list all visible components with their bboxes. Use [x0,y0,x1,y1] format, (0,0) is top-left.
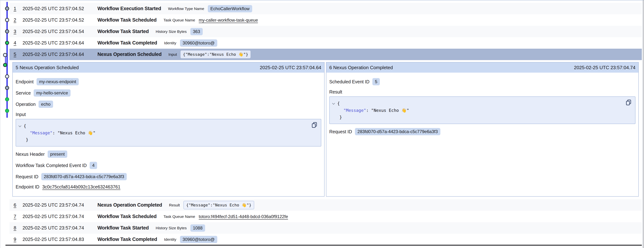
panel-header[interactable]: 6 Nexus Operation Completed 2025-02-25 U… [326,62,638,73]
detail-field-label: Scheduled Event ID [329,79,370,84]
event-id-link[interactable]: 3 [14,29,22,34]
panel-body: Scheduled Event ID5Result{"Message": "Ne… [326,73,638,137]
detail-field-label: Result [329,89,342,95]
timeline-event-dot-scheduled[interactable] [6,18,9,22]
event-id-link[interactable]: 7 [14,214,22,219]
detail-field-label: Request ID [16,174,38,179]
json-key: "Message" [30,131,52,135]
event-name: Workflow Task Started [98,225,149,231]
detail-field-label: Input [16,112,26,117]
table-row-event-1[interactable]: 12025-02-25 UTC 23:57:04.52Workflow Exec… [10,3,642,14]
table-row-event-6[interactable]: 62025-02-25 UTC 23:57:04.74Nexus Operati… [10,199,642,211]
detail-field-request-id: Request ID283fd070-d57a-4423-bdca-c5c779… [329,128,636,135]
copy-icon [311,122,318,128]
timeline-event-dot-started[interactable] [6,7,9,10]
timeline-event-dot-started[interactable] [6,30,9,33]
event-name: Nexus Operation Completed [98,202,162,208]
json-line-content: "Message": "Nexus Echo 👋" [332,107,622,114]
detail-field-value-badge: 5 [372,78,380,85]
detail-field-label: Endpoint ID [16,184,40,190]
event-id-link[interactable]: 4 [14,40,22,46]
event-timestamp: 2025-02-25 UTC 23:57:04.83 [22,237,98,242]
copy-button[interactable] [625,99,632,106]
event-id-link[interactable]: 8 [14,225,22,231]
json-key: "Message" [344,108,366,113]
detail-field-operation: Operationecho [16,101,321,108]
event-id-link[interactable]: 6 [14,202,22,208]
attribute-value-payload: {"Message":"Nexus Echo 👋"} [180,50,250,58]
json-line-open: { [332,100,622,107]
table-row-event-3[interactable]: 32025-02-25 UTC 23:57:04.54Workflow Task… [10,26,642,37]
workflow-history-view: 12025-02-25 UTC 23:57:04.52Workflow Exec… [0,0,644,248]
event-id-link[interactable]: 9 [14,237,22,242]
attribute-value-link[interactable]: totoro:f494fecf-2d51-4d48-bdcd-036a0f912… [199,214,288,219]
event-timestamp: 2025-02-25 UTC 23:57:04.52 [22,17,98,23]
attribute-label: Task Queue Name [164,215,195,219]
json-line-close: } [18,136,308,143]
timeline-event-dot-completed[interactable] [6,98,9,101]
attribute-label: Task Queue Name [164,18,195,22]
detail-field-value-badge: 283fd070-d57a-4423-bdca-c5c779e6a3f3 [355,128,440,135]
event-id-link[interactable]: 5 [14,51,22,57]
attribute-value-badge: EchoCallerWorkflow [208,5,252,12]
attribute-label: Workflow Type Name [168,6,204,11]
panel-title: 5 Nexus Operation Scheduled [16,65,79,70]
attribute-label: History Size Bytes [156,29,186,34]
event-id-link[interactable]: 2 [14,17,22,23]
table-row-event-7[interactable]: 72025-02-25 UTC 23:57:04.74Workflow Task… [10,211,642,222]
event-name: Workflow Execution Started [98,6,161,11]
event-timestamp: 2025-02-25 UTC 23:57:04.74 [22,202,98,208]
chevron-collapse-icon[interactable] [332,102,335,105]
copy-button[interactable] [311,121,318,129]
detail-field-nexus-header: Nexus Headerpresent [16,151,321,158]
attribute-value-badge: 363 [190,28,203,35]
container-top-border [0,0,644,0]
detail-field-label: Operation [16,102,36,107]
json-line-close: } [332,114,622,121]
event-detail-panel-scheduled: 5 Nexus Operation Scheduled 2025-02-25 U… [12,62,324,197]
event-name: Nexus Operation Scheduled [98,51,162,57]
detail-field-value-badge: my-hello-service [34,89,70,97]
detail-field-label: Workflow Task Completed Event ID [16,163,87,168]
attribute-value-payload: {"Message":"Nexus Echo 👋"} [184,201,254,209]
attribute-value-badge: 1088 [190,224,205,232]
event-timeline-graph [0,0,11,127]
detail-field-label: Request ID [329,129,352,134]
table-row-event-5[interactable]: 52025-02-25 UTC 23:57:04.64Nexus Operati… [10,49,642,60]
attribute-label: Identity [164,41,176,45]
panel-body: Endpointmy-nexus-endpointServicemy-hello… [13,73,324,191]
timeline-event-dot-scheduled[interactable] [4,53,7,57]
payload-code-block: {"Message": "Nexus Echo 👋"} [329,96,636,124]
timeline-event-dot-completed[interactable] [6,41,9,45]
table-row-event-9[interactable]: 92025-02-25 UTC 23:57:04.83Workflow Task… [10,234,642,245]
detail-field-label: Service [16,90,31,96]
attribute-label: History Size Bytes [156,226,186,230]
detail-field-endpoint-id: Endpoint ID3c0c75ccfa8144b092c13ce632463… [16,184,321,190]
table-row-event-2[interactable]: 22025-02-25 UTC 23:57:04.52Workflow Task… [10,14,642,26]
detail-field-label: Nexus Header [16,152,45,157]
table-row-event-8[interactable]: 82025-02-25 UTC 23:57:04.74Workflow Task… [10,222,642,234]
chevron-collapse-icon[interactable] [18,124,22,127]
detail-field-input: Input [16,112,321,117]
timeline-event-dot-started[interactable] [6,86,9,90]
table-bottom-edge [6,245,642,246]
event-id-link[interactable]: 1 [14,6,22,11]
event-timestamp: 2025-02-25 UTC 23:57:04.64 [22,51,98,57]
attribute-label: Identity [164,237,176,242]
timeline-event-dot-completed[interactable] [6,109,9,113]
detail-field-workflow-task-completed-event-id: Workflow Task Completed Event ID4 [16,162,321,169]
attribute-value-link[interactable]: my-caller-workflow-task-queue [199,18,258,23]
detail-field-request-id: Request ID283fd070-d57a-4423-bdca-c5c779… [16,173,321,180]
attribute-label: Result [169,203,180,207]
timeline-event-dot-completed[interactable] [4,63,7,67]
detail-field-value-link[interactable]: 3c0c75ccfa8144b092c13ce632463761 [42,184,120,190]
table-row-event-4[interactable]: 42025-02-25 UTC 23:57:04.64Workflow Task… [10,37,642,49]
panel-header[interactable]: 5 Nexus Operation Scheduled 2025-02-25 U… [13,62,324,73]
json-line-open: { [18,123,308,129]
attribute-value-badge: 30960@totoro@ [180,39,217,47]
panel-timestamp: 2025-02-25 UTC 23:57:04.64 [260,65,321,70]
timeline-event-dot-scheduled[interactable] [6,75,9,78]
event-timestamp: 2025-02-25 UTC 23:57:04.52 [22,6,98,11]
detail-field-endpoint: Endpointmy-nexus-endpoint [16,78,321,85]
detail-field-value-badge: present [48,151,67,158]
